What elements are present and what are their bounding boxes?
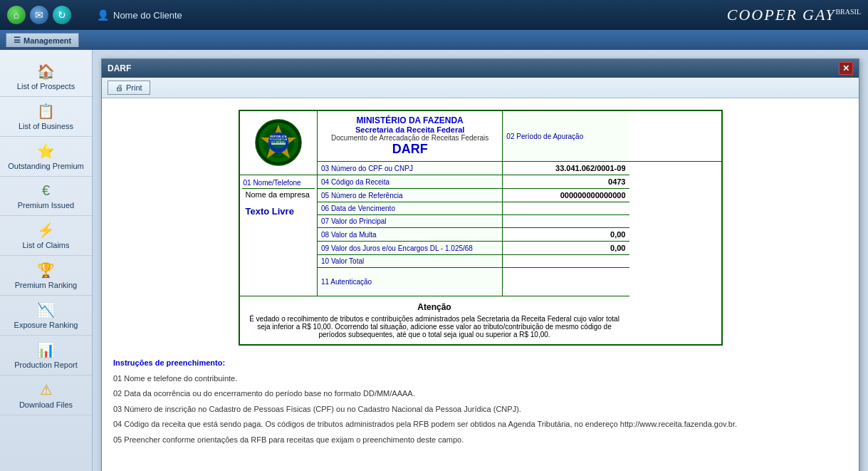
atencao-cell: Atenção É vedado o recolhimento de tribu…: [239, 296, 629, 346]
field-vencimento-label: 06 Data de Vencimento: [318, 202, 503, 215]
field-total-value: [503, 255, 629, 268]
periodo-label-text: 02 Período de Apuração: [506, 133, 625, 140]
exposure-icon: 📉: [37, 301, 55, 319]
nav-icon: ☰: [14, 36, 21, 45]
field-codigo-value: 0473: [503, 175, 629, 189]
business-icon: 📋: [37, 103, 55, 120]
darf-form-table: REPÚBLICA FEDERATIVA DO BRASIL MINISTÉRI…: [239, 110, 723, 346]
sidebar-item-exposure[interactable]: 📉 Exposure Ranking: [0, 296, 92, 336]
sidebar-label-outstanding: Outstanding Premium: [8, 162, 83, 170]
home-button[interactable]: ⌂: [7, 6, 26, 24]
instruction-line-2: 02 Data da ocorrência ou do encerramento…: [113, 388, 847, 400]
sidebar-label-premium-ranking: Premium Ranking: [15, 281, 77, 289]
field-principal-value: [503, 215, 629, 228]
darf-big-label: DARF: [322, 142, 498, 157]
darf-window: DARF ✕ 🖨 Print: [101, 58, 859, 471]
texto-livre-label: Texto Livre: [242, 200, 315, 219]
instruction-line-4: 04 Código da receita que está sendo paga…: [113, 418, 847, 431]
nome-tel-label: 01 Nome/Telefone: [242, 177, 315, 188]
field-autenticacao-label: 11 Autenticação: [318, 268, 503, 296]
sidebar-item-prospects[interactable]: 🏠 List of Prospects: [0, 57, 92, 97]
ministry-name: MINISTÉRIO DA FAZENDA: [322, 115, 498, 125]
print-button[interactable]: 🖨 Print: [108, 81, 150, 95]
main-content: DARF ✕ 🖨 Print: [93, 50, 868, 471]
darf-title: DARF: [108, 63, 131, 73]
darf-codigo-row: 01 Nome/Telefone Nome da empresa Texto L…: [239, 175, 722, 189]
darf-content: REPÚBLICA FEDERATIVA DO BRASIL MINISTÉRI…: [102, 98, 859, 471]
brand-logo: Cooper GayBrasil: [727, 6, 861, 24]
nome-empresa-value: Nome da empresa: [242, 188, 315, 200]
field-juros-label: 09 Valor dos Juros e/ou Encargos DL - 1.…: [318, 242, 503, 255]
field-principal-label: 07 Valor do Principal: [318, 215, 503, 228]
management-tab[interactable]: ☰ Management: [6, 33, 79, 47]
refresh-button[interactable]: ↻: [53, 6, 71, 24]
navbar: ☰ Management: [0, 30, 868, 50]
field-multa-label: 08 Valor da Multa: [318, 228, 503, 242]
production-icon: 📊: [37, 341, 55, 358]
field-periodo-value: [629, 110, 722, 162]
layout: 🏠 List of Prospects 📋 List of Business ⭐…: [0, 50, 868, 471]
premium-ranking-icon: 🏆: [37, 262, 55, 279]
instructions-title: Instruções de preenchimento:: [113, 358, 225, 367]
instructions-section: Instruções de preenchimento: 01 Nome e t…: [113, 357, 847, 447]
prospects-icon: 🏠: [37, 63, 55, 80]
sidebar-item-download[interactable]: ⚠ Download Files: [0, 376, 92, 415]
darf-header-row: REPÚBLICA FEDERATIVA DO BRASIL MINISTÉRI…: [239, 110, 722, 162]
darf-titlebar: DARF ✕: [102, 59, 859, 78]
atencao-text: É vedado o recolhimento de tributos e co…: [246, 315, 624, 338]
darf-atencao-row: Atenção É vedado o recolhimento de tribu…: [239, 296, 722, 346]
print-icon: 🖨: [115, 83, 123, 92]
field-vencimento-value: [503, 202, 629, 215]
nav-tab-label: Management: [23, 36, 71, 45]
field-codigo-label: 04 Código da Receita: [318, 175, 503, 189]
instruction-line-3: 03 Número de inscrição no Cadastro de Pe…: [113, 403, 847, 416]
sidebar: 🏠 List of Prospects 📋 List of Business ⭐…: [0, 50, 93, 471]
field-total-label: 10 Valor Total: [318, 255, 503, 268]
sidebar-item-premium-ranking[interactable]: 🏆 Premium Ranking: [0, 256, 92, 296]
field-cnpj-label: 03 Número do CPF ou CNPJ: [318, 162, 503, 175]
sidebar-label-business: List of Business: [19, 122, 73, 130]
darf-logo-cell: REPÚBLICA FEDERATIVA DO BRASIL: [239, 110, 318, 175]
sidebar-label-claims: List of Claims: [22, 241, 69, 249]
field-juros-value: 0,00: [503, 242, 629, 255]
darf-toolbar: 🖨 Print: [102, 78, 859, 98]
sidebar-item-claims[interactable]: ⚡ List of Claims: [0, 216, 92, 256]
client-icon: 👤: [97, 9, 109, 21]
logo-sup: Brasil: [835, 8, 861, 16]
darf-left-body: 01 Nome/Telefone Nome da empresa Texto L…: [239, 175, 318, 296]
texto-livre-area[interactable]: [242, 219, 315, 259]
svg-text:DO BRASIL: DO BRASIL: [271, 140, 286, 144]
logo-text: Cooper Gay: [727, 6, 836, 24]
darf-title-cell: MINISTÉRIO DA FAZENDA Secretaria da Rece…: [318, 110, 503, 162]
brazil-crest-icon: REPÚBLICA FEDERATIVA DO BRASIL: [253, 118, 303, 167]
print-label: Print: [126, 83, 142, 92]
darf-close-button[interactable]: ✕: [839, 62, 853, 75]
atencao-title: Atenção: [246, 302, 624, 312]
sidebar-label-download: Download Files: [19, 400, 73, 409]
sidebar-item-premium-issued[interactable]: € Premium Issued: [0, 177, 92, 216]
sidebar-label-exposure: Exposure Ranking: [14, 321, 78, 329]
field-ref-label: 05 Número de Referência: [318, 189, 503, 202]
documento-label: Documento de Arrecadação de Receitas Fed…: [322, 134, 498, 142]
field-periodo-label: 02 Período de Apuração: [503, 110, 629, 162]
sidebar-item-outstanding[interactable]: ⭐ Outstanding Premium: [0, 137, 92, 177]
download-icon: ⚠: [40, 381, 53, 398]
premium-issued-icon: €: [42, 182, 50, 199]
sidebar-label-production: Production Report: [14, 361, 78, 369]
sidebar-item-production[interactable]: 📊 Production Report: [0, 336, 92, 376]
secretaria-name: Secretaria da Receita Federal: [322, 125, 498, 134]
field-ref-value: 000000000000000: [503, 189, 629, 202]
instruction-line-1: 01 Nome e telefone do contribuinte.: [113, 373, 847, 385]
client-name-area: 👤 Nome do Cliente: [97, 9, 182, 21]
client-name-label: Nome do Cliente: [113, 10, 182, 21]
instruction-line-5: 05 Preencher conforme orientações da RFB…: [113, 434, 847, 447]
field-cnpj-value: 33.041.062/0001-09: [503, 162, 629, 175]
outstanding-icon: ⭐: [37, 143, 55, 160]
claims-icon: ⚡: [37, 222, 55, 239]
sidebar-label-premium-issued: Premium Issued: [18, 201, 74, 209]
sidebar-label-prospects: List of Prospects: [17, 82, 75, 90]
email-button[interactable]: ✉: [30, 6, 48, 24]
field-multa-value: 0,00: [503, 228, 629, 242]
field-autenticacao-value: [503, 268, 629, 296]
sidebar-item-business[interactable]: 📋 List of Business: [0, 97, 92, 137]
